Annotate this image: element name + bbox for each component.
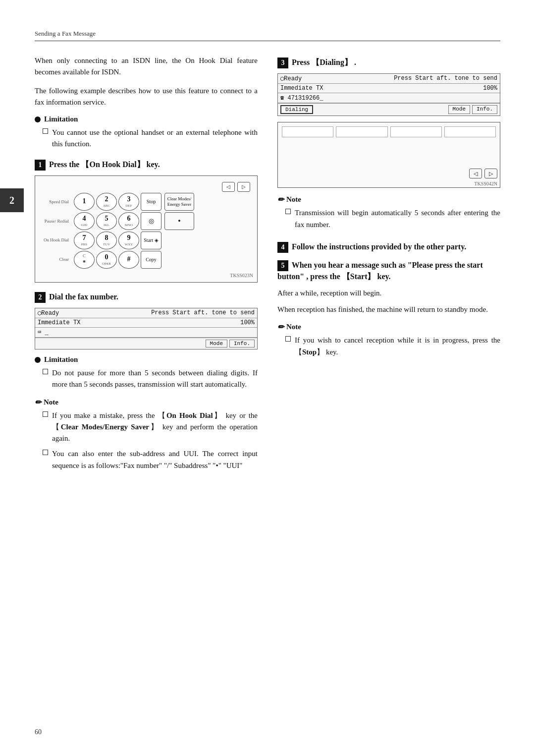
kbd-key-hash[interactable]: # [118, 251, 139, 269]
kbd-key-1[interactable]: 1 [74, 193, 95, 211]
clear-modes-btn[interactable]: Clear Modes/ Energy Saver [164, 193, 194, 211]
note-1-text-1a: If you make a mistake, press the [52, 411, 155, 419]
limitation-1-text: You cannot use the optional handset or a… [52, 127, 258, 150]
note-3-checkbox [285, 336, 291, 342]
limitation-bullet-2 [35, 357, 41, 363]
note-2-heading: Note [286, 195, 301, 204]
note-1-key-2: Clear Modes/Energy Saver [61, 423, 149, 431]
keyboard-image: ◁ ▷ Speed Dial Pause/ Redial On Hook Dia… [35, 175, 258, 283]
note-3-pencil-icon: ✏ [277, 322, 284, 332]
kbd-key-star[interactable]: C* [74, 251, 95, 269]
step-1-key: On Hook Dial [89, 160, 136, 169]
note-3-heading: Note [286, 323, 301, 331]
note-1-mid: key or the [225, 411, 258, 419]
limitation-1-body: You cannot use the optional handset or a… [35, 127, 258, 150]
note-3-header: ✏ Note [277, 322, 500, 332]
kbd-key-9[interactable]: 9WXY [118, 232, 139, 249]
limitation-checkbox-1 [43, 128, 48, 134]
limitation-2-text: Do not pause for more than 5 seconds bet… [52, 367, 258, 391]
note-pencil-icon: ✏ [35, 398, 41, 407]
note-2-text: Transmission will begin automatically 5 … [295, 207, 500, 231]
left-column: When only connecting to an ISDN line, th… [35, 55, 258, 475]
kbd-key-3[interactable]: 3DEF [118, 193, 139, 211]
s3-screen-buttons: Dialing Mode Info. [278, 103, 500, 116]
limitation-1-header: Limitation [35, 115, 258, 123]
step-5-header: 5 When you hear a message such as "Pleas… [277, 260, 500, 283]
kbd-nav-left: ◁ [222, 182, 235, 192]
after-step5-para2: When reception has finished, the machine… [277, 304, 500, 315]
step-5-label: When you hear a message such as "Please … [277, 261, 483, 281]
note-1-heading: Note [44, 398, 58, 407]
note-2-item-1: Transmission will begin automatically 5 … [277, 207, 500, 231]
after-step5-para1: After a while, reception will begin. [277, 288, 500, 299]
on-hook-dial-label: On Hook Dial [42, 232, 71, 249]
note-1-item-2: You can also enter the sub-address and U… [35, 448, 258, 471]
screen-row-2: Immediate TX 100% [35, 318, 257, 328]
screen-r1-left: ◯Ready [38, 309, 151, 317]
screen-row-3: ⌨ _ [35, 328, 257, 338]
kbd-key-7[interactable]: 7PRS [74, 232, 95, 249]
clear-label: Clear [42, 250, 71, 268]
limitation-2-body: Do not pause for more than 5 seconds bet… [35, 367, 258, 391]
s3-screen-btn-dialing[interactable]: Dialing [280, 105, 313, 114]
s3-screen-btn-info[interactable]: Info. [472, 105, 497, 114]
screen-r3-left: ⌨ _ [38, 329, 255, 336]
empty-screen-body [278, 122, 500, 167]
s3-r3-left: ☎ 471319266_ [280, 94, 497, 102]
chapter-tab: 2 [0, 188, 24, 212]
step-4-number: 4 [277, 242, 288, 253]
s3-screen-row-3: ☎ 471319266_ [278, 93, 500, 103]
step-2-label: Dial the fax number. [49, 292, 118, 301]
s3-screen-btn-mode[interactable]: Mode [448, 105, 470, 114]
kbd-key-stop[interactable]: Stop [141, 193, 161, 211]
kbd-key-6[interactable]: 6MNO [118, 212, 139, 230]
note-3-text: If you wish to cancel reception while it… [295, 335, 500, 358]
note-2-header: ✏ Note [277, 195, 500, 204]
empty-screen-label: TKSS042N [278, 180, 500, 187]
copy-side-btn[interactable]: ● [164, 212, 194, 230]
step-3-screen: ◯Ready Press Start aft. tone to send Imm… [277, 73, 500, 116]
right-column: 3 Press 【Dialing】 . ◯Ready Press Start a… [277, 55, 500, 475]
screen-r1-right: Press Start aft. tone to send [151, 309, 255, 317]
kbd-key-copy[interactable]: Copy [141, 251, 161, 269]
kbd-key-2[interactable]: 2ABC [96, 193, 117, 211]
kbd-nav-right: ▷ [237, 182, 250, 192]
note-3-item-1: If you wish to cancel reception while it… [277, 335, 500, 358]
kbd-key-8[interactable]: 8TUV [96, 232, 117, 249]
step-1-number: 1 [35, 160, 46, 171]
s3-r1-right: Press Start aft. tone to send [394, 75, 497, 82]
screen-btn-mode[interactable]: Mode [206, 340, 227, 348]
screen-r2-right: 100% [235, 319, 255, 326]
kbd-key-sound[interactable]: ◎ [141, 212, 161, 230]
kbd-key-0[interactable]: 0OPER [96, 251, 117, 269]
s3-screen-row-1: ◯Ready Press Start aft. tone to send [278, 74, 500, 84]
step-1-suffix: key. [147, 160, 160, 169]
note-1-checkbox-2 [43, 450, 48, 455]
step-2-header: 2 Dial the fax number. [35, 291, 258, 303]
note-1-checkbox-1 [43, 411, 48, 417]
kbd-key-4[interactable]: 4GHI [74, 212, 95, 230]
kbd-key-start[interactable]: Start ◈ [141, 232, 161, 249]
step-1-bracket-close: 】 [137, 160, 147, 169]
step-4-header: 4 Follow the instructions provided by th… [277, 241, 500, 253]
note-1-header: ✏ Note [35, 398, 258, 407]
screen-row-1: ◯Ready Press Start aft. tone to send [35, 308, 257, 318]
limitation-1-heading: Limitation [44, 115, 78, 123]
page-header-title: Sending a Fax Message [35, 30, 96, 38]
step-1-bracket-open: 【 [81, 160, 89, 169]
screen-btn-info[interactable]: Info. [229, 340, 255, 348]
limitation-1-item-1: You cannot use the optional handset or a… [43, 127, 258, 150]
s3-r1-left: ◯Ready [280, 75, 394, 82]
empty-cell-3 [390, 126, 442, 137]
limitation-2-checkbox [43, 369, 48, 374]
step-3-number: 3 [277, 58, 288, 68]
page-header: Sending a Fax Message [35, 30, 500, 41]
limitation-2-heading: Limitation [44, 355, 78, 364]
step-3-label: Press 【Dialing】 . [292, 58, 356, 66]
empty-nav-right[interactable]: ▷ [484, 169, 497, 178]
kbd-nav-row: ◁ ▷ [39, 180, 253, 193]
empty-nav-left[interactable]: ◁ [469, 169, 482, 178]
screen-buttons: Mode Info. [35, 338, 257, 349]
note-1-text-2: You can also enter the sub-address and U… [52, 448, 258, 471]
kbd-key-5[interactable]: 5JKL [96, 212, 117, 230]
